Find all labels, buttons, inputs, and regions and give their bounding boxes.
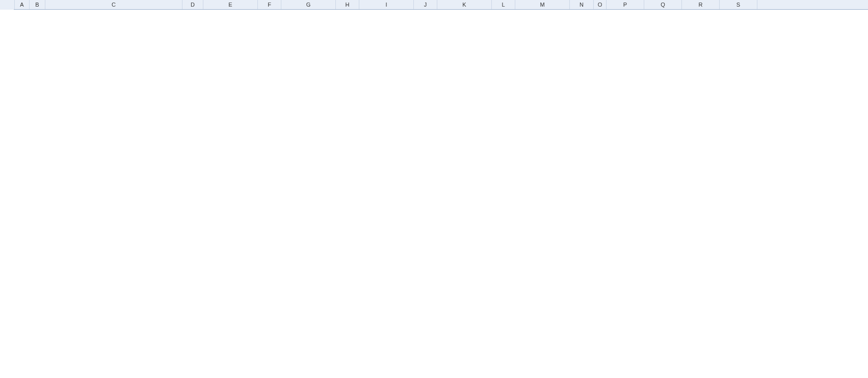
logo-text-1: yritys (567, 9, 617, 10)
row-headers: 2345678910111213141516171819202122232425… (0, 9, 14, 10)
column-headers: ABCDEFGHIJKLMNOPQRS (0, 0, 868, 10)
